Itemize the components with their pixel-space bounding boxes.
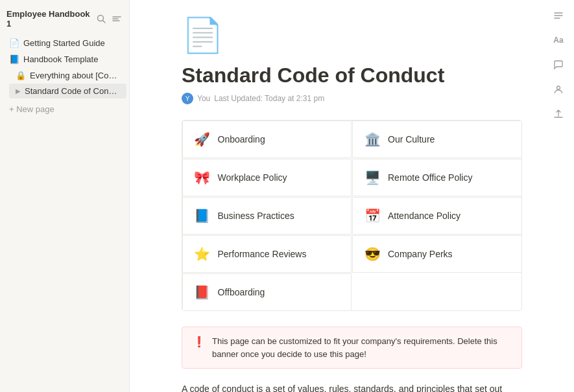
body-text: A code of conduct is a set of values, ru… (182, 382, 522, 392)
page-meta: Y You Last Updated: Today at 2:31 pm (182, 93, 522, 104)
banner-warning-icon: ❗ (193, 336, 206, 348)
sidebar-item-label: Everything about [Company] (30, 71, 120, 80)
sidebar-menu-button[interactable] (111, 13, 123, 25)
content-area: 📄 Standard Code of Conduct Y You Last Up… (130, 0, 574, 392)
main-content: Aa 📄 Standard Code of Conduct (130, 0, 574, 392)
svg-line-1 (103, 21, 106, 23)
sidebar-sub-items: 🔒 Everything about [Company] ▶ Standard … (0, 67, 129, 99)
info-banner: ❗ This page can be customized to fit you… (182, 327, 522, 369)
toc-button[interactable] (551, 8, 566, 23)
file-icon: 📄 (9, 38, 19, 48)
attendance-policy-label: Attendance Policy (388, 211, 460, 221)
last-updated: Last Updated: Today at 2:31 pm (214, 94, 324, 103)
svg-point-8 (557, 86, 560, 89)
card-onboarding[interactable]: 🚀 Onboarding (182, 121, 352, 158)
page-icon: 📄 (182, 16, 522, 55)
sidebar-item-label: Standard Code of Conduct (25, 86, 120, 96)
comment-icon (553, 60, 564, 70)
remote-office-policy-icon: 🖥️ (363, 168, 381, 187)
offboarding-icon: 📕 (193, 283, 211, 301)
card-offboarding[interactable]: 📕 Offboarding (182, 273, 352, 311)
onboarding-icon: 🚀 (193, 130, 211, 148)
sidebar-item-getting-started[interactable]: 📄 Getting Started Guide (3, 36, 126, 51)
card-workplace-policy[interactable]: 🎀 Workplace Policy (182, 159, 352, 196)
performance-reviews-icon: ⭐ (193, 245, 211, 263)
our-culture-label: Our Culture (388, 134, 435, 144)
page-title: Standard Code of Conduct (182, 63, 522, 87)
right-toolbar: Aa (551, 8, 566, 122)
upload-button[interactable] (551, 106, 566, 122)
offboarding-label: Offboarding (218, 287, 265, 297)
search-icon (97, 14, 106, 23)
our-culture-icon: 🏛️ (363, 130, 381, 148)
remote-office-policy-label: Remote Office Policy (388, 172, 472, 183)
card-performance-reviews[interactable]: ⭐ Performance Reviews (182, 235, 352, 273)
card-our-culture[interactable]: 🏛️ Our Culture (352, 121, 522, 158)
avatar: Y (182, 93, 193, 104)
banner-text: This page can be customized to fit your … (212, 335, 511, 360)
card-remote-office-policy[interactable]: 🖥️ Remote Office Policy (352, 159, 522, 196)
business-practices-label: Business Practices (218, 211, 294, 221)
sidebar-header: Employee Handbook 1 (0, 5, 129, 32)
user-button[interactable] (551, 82, 566, 97)
onboarding-label: Onboarding (218, 134, 265, 144)
company-perks-label: Company Perks (388, 249, 453, 259)
sidebar-header-actions (95, 13, 123, 25)
comment-button[interactable] (551, 57, 566, 73)
card-company-perks[interactable]: 😎 Company Perks (352, 235, 522, 273)
author-name: You (197, 94, 210, 103)
font-icon: Aa (553, 36, 563, 45)
list-icon (553, 10, 564, 21)
workplace-policy-label: Workplace Policy (218, 172, 287, 183)
new-page-button[interactable]: + New page (3, 102, 126, 117)
performance-reviews-label: Performance Reviews (218, 249, 307, 259)
sidebar-item-standard-code[interactable]: ▶ Standard Code of Conduct (9, 84, 126, 98)
page-icon-emoji: 📄 (182, 16, 224, 55)
new-page-label: + New page (9, 104, 54, 114)
card-business-practices[interactable]: 📘 Business Practices (182, 197, 352, 235)
business-practices-icon: 📘 (193, 207, 211, 225)
sidebar-item-handbook-template[interactable]: 📘 Handbook Template (3, 52, 126, 67)
font-button[interactable]: Aa (551, 32, 566, 48)
search-button[interactable] (95, 13, 107, 25)
card-attendance-policy[interactable]: 📅 Attendance Policy (352, 197, 522, 235)
sidebar-item-everything-about[interactable]: 🔒 Everything about [Company] (9, 68, 126, 83)
sidebar-item-label: Handbook Template (23, 54, 98, 64)
sidebar: Employee Handbook 1 📄 Getting Started Gu… (0, 0, 130, 392)
user-icon (553, 84, 564, 95)
workplace-policy-icon: 🎀 (193, 168, 211, 187)
upload-icon (553, 109, 564, 119)
sidebar-item-label: Getting Started Guide (23, 38, 105, 48)
book-icon: 📘 (9, 54, 19, 64)
chevron-icon: ▶ (16, 87, 21, 95)
workspace-title: Employee Handbook 1 (6, 9, 95, 29)
lock-icon: 🔒 (16, 71, 26, 80)
company-perks-icon: 😎 (363, 245, 381, 263)
attendance-policy-icon: 📅 (363, 207, 381, 225)
cards-grid: 🚀 Onboarding 🏛️ Our Culture 🎀 Workplace … (182, 120, 522, 311)
menu-icon (112, 14, 121, 23)
